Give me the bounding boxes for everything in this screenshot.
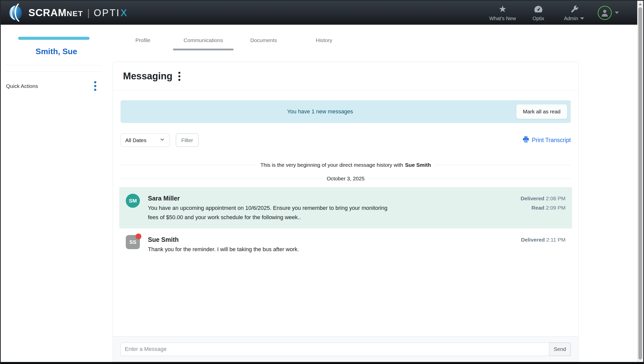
quick-actions-menu-button[interactable]: [93, 80, 97, 92]
messaging-card: Messaging You have 1 new messages Mark a…: [113, 62, 579, 362]
date-filter-value: All Dates: [125, 137, 146, 143]
scrollbar-thumb[interactable]: [638, 7, 642, 359]
ellipsis-dot: [178, 75, 180, 77]
avatar-sue-smith: SS: [126, 235, 140, 249]
delivered-time: 2:11 PM: [546, 237, 566, 243]
tab-documents[interactable]: Documents: [233, 33, 294, 50]
read-receipt: Read 2:09 PM: [520, 203, 566, 212]
message-sender-name: Sue Smith: [148, 235, 521, 244]
printer-icon: [522, 136, 529, 144]
chevron-down-icon: [615, 12, 619, 14]
message-content: Sara Miller You have an upcoming appoint…: [148, 194, 520, 222]
brand-x: X: [120, 8, 127, 18]
date-filter-select[interactable]: All Dates: [120, 134, 170, 147]
message-sender-name: Sara Miller: [148, 194, 520, 203]
message-content: Sue Smith Thank you for the reminder. I …: [148, 235, 521, 254]
ellipsis-dot: [178, 79, 180, 81]
send-button[interactable]: Send: [549, 343, 571, 356]
message-list: SM Sara Miller You have an upcoming appo…: [119, 187, 572, 260]
delivered-receipt: Delivered 2:08 PM: [520, 194, 566, 203]
filter-row: All Dates Filter Print Transcript: [120, 134, 571, 147]
star-icon: ★: [499, 4, 507, 14]
history-intro-name: Sue Smith: [405, 162, 431, 168]
brand-wordmark: SCRAMNET|OPTIX: [28, 7, 127, 18]
message-input[interactable]: [120, 343, 549, 356]
nav-label-optix: Optix: [533, 16, 544, 21]
nav-item-admin[interactable]: Admin: [556, 4, 592, 21]
avatar-sara-miller: SM: [126, 194, 140, 208]
quick-actions-label: Quick Actions: [6, 83, 38, 89]
tab-profile[interactable]: Profile: [113, 33, 173, 50]
print-transcript-label: Print Transcript: [532, 137, 571, 144]
new-messages-banner: You have 1 new messages Mark all as read: [120, 100, 571, 123]
message-row-sue-smith: SS Sue Smith Thank you for the reminder.…: [119, 228, 572, 260]
nav-item-optix[interactable]: Optix: [520, 4, 556, 21]
client-accent-bar: [18, 37, 90, 40]
history-intro-divider: This is the very beginning of your direc…: [120, 162, 571, 168]
ellipsis-dot: [94, 89, 96, 91]
globe-icon: [7, 3, 26, 23]
nav-label-whats-new: What's New: [489, 16, 516, 21]
chevron-down-icon: [580, 17, 584, 20]
nav-label-admin: Admin: [564, 16, 578, 21]
sidebar-divider: [6, 65, 101, 65]
divider-line: [434, 165, 571, 165]
message-body: Thank you for the reminder. I will be ta…: [148, 245, 391, 254]
top-navbar: SCRAMNET|OPTIX ★ What's New Optix: [1, 1, 637, 25]
client-tabs: Profile Communications Documents History: [113, 33, 354, 50]
history-intro-text: This is the very beginning of your direc…: [260, 162, 403, 168]
sidebar-divider: [6, 72, 101, 72]
vertical-scrollbar[interactable]: [637, 1, 643, 362]
brand-separator: |: [87, 8, 90, 18]
nav-item-whats-new[interactable]: ★ What's New: [485, 4, 520, 21]
messaging-menu-button[interactable]: [177, 71, 181, 82]
delivered-receipt: Delivered 2:11 PM: [521, 235, 566, 244]
message-receipts: Delivered 2:08 PM Read 2:09 PM: [520, 194, 566, 222]
message-body: You have an upcoming appointment on 10/6…: [148, 203, 391, 222]
divider-line: [120, 179, 323, 179]
print-transcript-link[interactable]: Print Transcript: [522, 136, 571, 144]
filter-button[interactable]: Filter: [176, 134, 198, 147]
avatar-initials: SS: [129, 239, 136, 245]
gauge-icon: [534, 4, 543, 14]
delivered-label: Delivered: [521, 237, 545, 243]
unread-dot-badge: [136, 234, 141, 239]
chevron-down-icon: [159, 137, 165, 144]
messaging-header: Messaging: [113, 62, 578, 91]
delivered-time: 2:08 PM: [546, 195, 566, 201]
scroll-up-arrow[interactable]: [638, 3, 642, 5]
ellipsis-dot: [94, 85, 96, 87]
client-name: Smith, Sue: [0, 47, 113, 56]
read-label: Read: [532, 205, 544, 211]
divider-line: [120, 165, 257, 165]
avatar-initials: SM: [129, 198, 137, 204]
ellipsis-dot: [94, 81, 96, 83]
tab-history[interactable]: History: [294, 33, 354, 50]
ellipsis-dot: [178, 72, 180, 74]
brand-logo[interactable]: SCRAMNET|OPTIX: [7, 3, 127, 23]
brand-scram: SCRAM: [28, 7, 67, 18]
mark-all-read-button[interactable]: Mark all as read: [516, 104, 567, 119]
read-time: 2:09 PM: [546, 205, 566, 211]
brand-opti: OPTI: [94, 8, 120, 18]
message-row-sara-miller: SM Sara Miller You have an upcoming appo…: [119, 187, 572, 228]
user-menu[interactable]: [592, 6, 625, 20]
wrench-icon: [570, 4, 578, 14]
date-separator: October 3, 2025: [120, 176, 571, 182]
message-composer: Send: [113, 336, 578, 362]
message-receipts: Delivered 2:11 PM: [521, 235, 566, 254]
messaging-title: Messaging: [123, 71, 172, 82]
tab-communications[interactable]: Communications: [173, 33, 233, 50]
delivered-label: Delivered: [520, 195, 544, 201]
divider-line: [368, 179, 571, 179]
user-avatar-icon: [598, 6, 612, 20]
navbar-menu: ★ What's New Optix Admin: [485, 4, 625, 21]
brand-net: NET: [67, 9, 83, 18]
date-separator-text: October 3, 2025: [327, 176, 365, 182]
new-messages-text: You have 1 new messages: [124, 108, 516, 115]
